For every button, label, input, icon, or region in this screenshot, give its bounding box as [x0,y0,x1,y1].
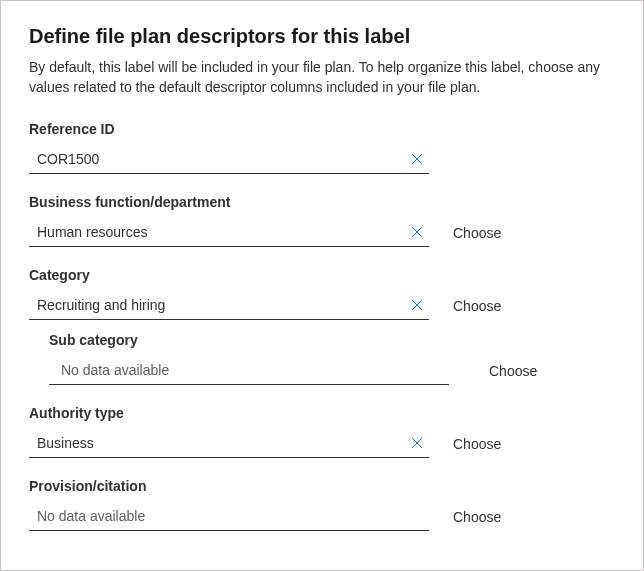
reference-id-input[interactable]: COR1500 [29,145,429,174]
business-function-value: Human resources [37,224,409,240]
field-sub-category: Sub category No data available Choose [49,332,615,385]
file-plan-panel: Define file plan descriptors for this la… [0,0,644,571]
category-value: Recruiting and hiring [37,297,409,313]
authority-type-label: Authority type [29,405,615,421]
provision-citation-value: No data available [37,508,425,524]
reference-id-label: Reference ID [29,121,615,137]
provision-citation-input[interactable]: No data available [29,502,429,531]
sub-category-input[interactable]: No data available [49,356,449,385]
field-category: Category Recruiting and hiring Choose Su… [29,267,615,385]
sub-category-choose-button[interactable]: Choose [489,363,537,379]
clear-icon[interactable] [409,435,425,451]
field-business-function: Business function/department Human resou… [29,194,615,247]
authority-type-value: Business [37,435,409,451]
field-authority-type: Authority type Business Choose [29,405,615,458]
sub-category-label: Sub category [49,332,615,348]
category-label: Category [29,267,615,283]
clear-icon[interactable] [409,224,425,240]
field-provision-citation: Provision/citation No data available Cho… [29,478,615,531]
sub-category-value: No data available [61,362,445,378]
clear-icon[interactable] [409,297,425,313]
clear-icon[interactable] [409,151,425,167]
page-title: Define file plan descriptors for this la… [29,25,615,48]
business-function-input[interactable]: Human resources [29,218,429,247]
category-input[interactable]: Recruiting and hiring [29,291,429,320]
field-reference-id: Reference ID COR1500 [29,121,615,174]
category-choose-button[interactable]: Choose [453,298,501,314]
authority-type-input[interactable]: Business [29,429,429,458]
page-description: By default, this label will be included … [29,58,615,97]
authority-type-choose-button[interactable]: Choose [453,436,501,452]
reference-id-value: COR1500 [37,151,409,167]
provision-citation-choose-button[interactable]: Choose [453,509,501,525]
business-function-label: Business function/department [29,194,615,210]
provision-citation-label: Provision/citation [29,478,615,494]
business-function-choose-button[interactable]: Choose [453,225,501,241]
